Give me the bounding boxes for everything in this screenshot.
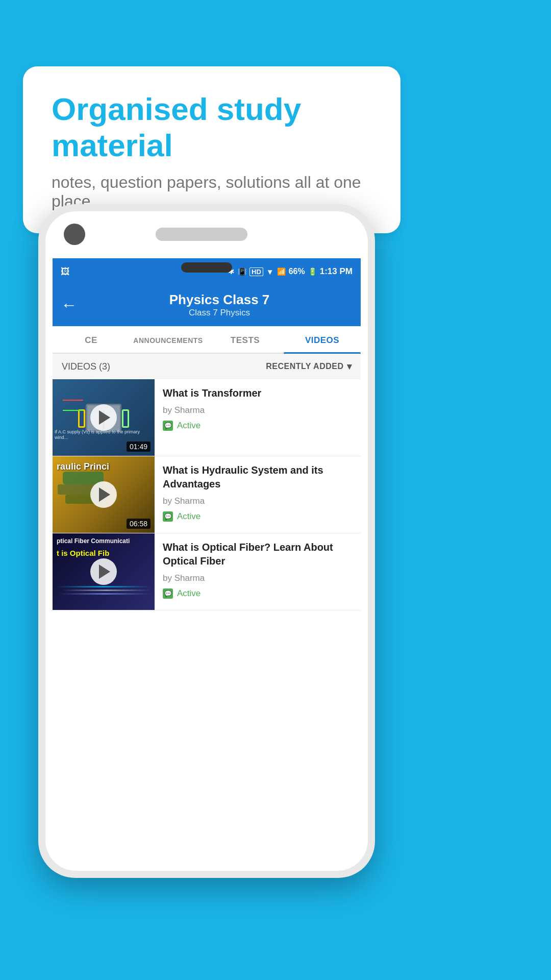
app-bar-main-title: Physics Class 7	[86, 292, 353, 308]
signal-icon: 📶	[277, 267, 286, 276]
video-item-1[interactable]: If A.C supply (V₁) is applied to the pri…	[53, 379, 361, 456]
video-count: VIDEOS (3)	[62, 361, 110, 372]
wifi-icon: ▼	[266, 267, 274, 276]
status-bar-right: ✱ 📳 HD ▼ 📶 66% 🔋 1:13 PM	[228, 266, 353, 277]
video-author-3: by Sharma	[163, 573, 353, 583]
video-item-2[interactable]: raulic Princi 06:58 What is Hydraulic Sy…	[53, 456, 361, 533]
thumbnail-1: If A.C supply (V₁) is applied to the pri…	[53, 379, 155, 456]
video-author-2: by Sharma	[163, 496, 353, 506]
video-duration-2: 06:58	[127, 519, 151, 529]
video-status-1: 💬 Active	[163, 421, 353, 431]
time-display: 1:13 PM	[320, 266, 353, 277]
vibrate-icon: 📳	[238, 267, 246, 276]
tab-videos[interactable]: VIDEOS	[284, 326, 361, 353]
app-bar-title-block: Physics Class 7 Class 7 Physics	[86, 292, 353, 318]
battery-text: 66%	[289, 267, 305, 276]
video-item-3[interactable]: ptical Fiber Communicati t is Optical Fi…	[53, 533, 361, 610]
play-button-2[interactable]	[90, 481, 117, 508]
phone-frame: 🖼 ✱ 📳 HD ▼ 📶 66% 🔋 1:13 PM ← Physics Cla	[38, 204, 375, 878]
tabs-container: CE ANNOUNCEMENTS TESTS VIDEOS	[53, 326, 361, 354]
app-bar: ← Physics Class 7 Class 7 Physics	[53, 285, 361, 326]
video-info-1: What is Transformer by Sharma 💬 Active	[155, 379, 361, 438]
tab-ce[interactable]: CE	[53, 326, 130, 353]
play-button-1[interactable]	[90, 404, 117, 431]
camera	[64, 224, 85, 245]
tab-announcements[interactable]: ANNOUNCEMENTS	[130, 326, 207, 353]
home-button	[181, 262, 232, 273]
optical-thumbnail-text-top: ptical Fiber Communicati	[57, 537, 151, 545]
thumbnail-2: raulic Princi 06:58	[53, 456, 155, 533]
video-status-2: 💬 Active	[163, 511, 353, 522]
filter-bar: VIDEOS (3) RECENTLY ADDED ▾	[53, 354, 361, 379]
video-duration-1: 01:49	[127, 442, 151, 452]
chevron-down-icon: ▾	[347, 361, 352, 372]
chat-icon-1: 💬	[163, 421, 173, 431]
chat-icon-2: 💬	[163, 511, 173, 522]
sort-dropdown[interactable]: RECENTLY ADDED ▾	[266, 361, 352, 372]
status-bar-left: 🖼	[61, 266, 70, 277]
hydraulic-thumbnail-text: raulic Princi	[57, 461, 109, 472]
play-button-3[interactable]	[90, 558, 117, 585]
video-title-2: What is Hydraulic System and its Advanta…	[163, 463, 353, 491]
back-button[interactable]: ←	[61, 296, 77, 314]
video-list: If A.C supply (V₁) is applied to the pri…	[53, 379, 361, 610]
hd-badge: HD	[249, 267, 263, 276]
video-title-3: What is Optical Fiber? Learn About Optic…	[163, 541, 353, 568]
tab-tests[interactable]: TESTS	[207, 326, 284, 353]
video-author-1: by Sharma	[163, 405, 353, 415]
speech-bubble-title: Organised study material	[52, 91, 372, 164]
sort-label: RECENTLY ADDED	[266, 362, 343, 371]
video-status-3: 💬 Active	[163, 589, 353, 599]
video-info-2: What is Hydraulic System and its Advanta…	[155, 456, 361, 529]
notification-icon: 🖼	[61, 266, 70, 277]
speaker	[156, 228, 247, 241]
video-info-3: What is Optical Fiber? Learn About Optic…	[155, 533, 361, 606]
thumbnail-3: ptical Fiber Communicati t is Optical Fi…	[53, 533, 155, 610]
app-bar-subtitle: Class 7 Physics	[86, 308, 353, 318]
chat-icon-3: 💬	[163, 589, 173, 599]
battery-icon: 🔋	[308, 267, 317, 276]
screen-content: 🖼 ✱ 📳 HD ▼ 📶 66% 🔋 1:13 PM ← Physics Cla	[53, 258, 361, 864]
optical-thumbnail-text-bottom: t is Optical Fib	[57, 549, 151, 557]
video-title-1: What is Transformer	[163, 386, 353, 400]
phone-screen: 🖼 ✱ 📳 HD ▼ 📶 66% 🔋 1:13 PM ← Physics Cla	[45, 211, 368, 871]
